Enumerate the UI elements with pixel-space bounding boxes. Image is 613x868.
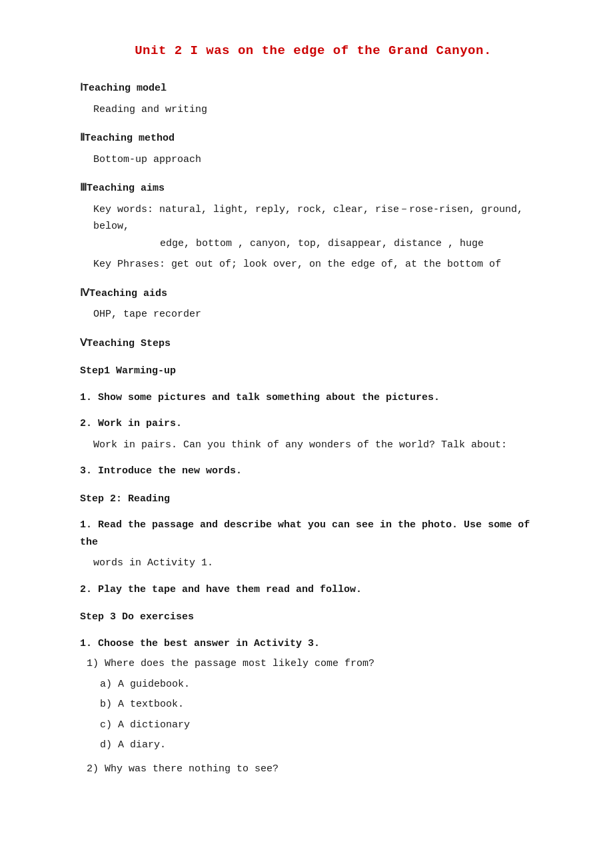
keywords-line2: edge, bottom , canyon, top, disappear, d… [160,235,546,253]
section-1-heading: ⅠTeaching model [80,80,546,97]
section-teaching-aids: ⅣTeaching aids OHP, tape recorder [80,285,546,323]
step3-item1-text: Choose the best answer in Activity 3. [98,638,320,649]
step1-item-2: 2. Work in pairs. [80,415,546,433]
answer-b: b) A textbook. [100,696,546,713]
keywords-text-line1: natural, light, reply, rock, clear, rise… [93,204,523,233]
answer-d-text: A diary. [118,739,166,751]
step1-item2-subtext: Work in pairs. Can you think of any wond… [93,437,546,454]
keyphrases-label: Key Phrases: [93,259,165,270]
page-title: Unit 2 I was on the edge of the Grand Ca… [80,40,546,61]
answer-b-text: A textbook. [118,699,184,710]
step1-item1-number: 1. [80,392,92,403]
answer-c: c) A dictionary [100,717,546,734]
answer-c-label: c) [100,719,112,731]
keyphrases-line: Key Phrases: get out of; look over, on t… [93,256,546,273]
section-2-content: Bottom-up approach [93,151,546,169]
step3-subitem-1: 1) Where does the passage most likely co… [87,655,546,673]
step2-item2-text: Play the tape and have them read and fol… [98,584,362,595]
section-teaching-steps: ⅤTeaching Steps [80,335,546,353]
section-5-heading: ⅤTeaching Steps [80,335,546,353]
answer-d: d) A diary. [100,737,546,754]
answer-c-text: A dictionary [118,719,190,731]
answer-a: a) A guidebook. [100,676,546,693]
answer-d-label: d) [100,739,112,751]
keyphrases-content: get out of; look over, on the edge of, a… [171,259,501,270]
step1-item3-text: Introduce the new words. [98,465,242,477]
step3-subitem2-text: Why was there nothing to see? [105,763,279,775]
section-teaching-method: ⅡTeaching method Bottom-up approach [80,130,546,168]
answer-a-text: A guidebook. [118,679,190,690]
answer-b-label: b) [100,699,112,710]
step3-item1-number: 1. [80,638,92,649]
section-teaching-aims: ⅢTeaching aims Key words: natural, light… [80,180,546,273]
step1-item2-text: Work in pairs. [98,418,182,429]
step1-item2-number: 2. [80,418,92,429]
step1-item1-text: Show some pictures and talk something ab… [98,392,440,403]
step-2-heading: Step 2: Reading [80,491,546,508]
step3-subitem2-label: 2) [87,763,99,775]
step1-item-3: 3. Introduce the new words. [80,463,546,480]
step1-item3-number: 3. [80,465,92,477]
section-4-heading: ⅣTeaching aids [80,285,546,303]
section-3-heading: ⅢTeaching aims [80,180,546,197]
section-1-content: Reading and writing [93,101,546,119]
step-3-heading: Step 3 Do exercises [80,609,546,626]
step2-item2-number: 2. [80,584,92,595]
step-3-exercises: Step 3 Do exercises 1. Choose the best a… [80,609,546,777]
step3-subitem-2: 2) Why was there nothing to see? [87,761,546,778]
section-teaching-model: ⅠTeaching model Reading and writing [80,80,546,118]
section-2-heading: ⅡTeaching method [80,130,546,147]
step-2-reading: Step 2: Reading 1. Read the passage and … [80,491,546,599]
step2-item1-number: 1. [80,519,92,531]
step-1-heading: Step1 Warming-up [80,363,546,380]
step2-item-1: 1. Read the passage and describe what yo… [80,517,546,551]
step2-item-2: 2. Play the tape and have them read and … [80,581,546,599]
step3-subitem1-text: Where does the passage most likely come … [105,658,374,669]
step3-subitem1-label: 1) [87,658,99,669]
step2-item1-text: Read the passage and describe what you c… [80,519,530,548]
keywords-line1: Key words: natural, light, reply, rock, … [93,201,546,235]
step1-item-1: 1. Show some pictures and talk something… [80,389,546,407]
section-4-content: OHP, tape recorder [93,306,546,323]
keywords-label: Key words: [93,204,153,215]
step-1-warmingup: Step1 Warming-up 1. Show some pictures a… [80,363,546,480]
answer-a-label: a) [100,679,112,690]
step2-item1-continuation: words in Activity 1. [93,555,546,572]
step3-item-1: 1. Choose the best answer in Activity 3. [80,635,546,653]
